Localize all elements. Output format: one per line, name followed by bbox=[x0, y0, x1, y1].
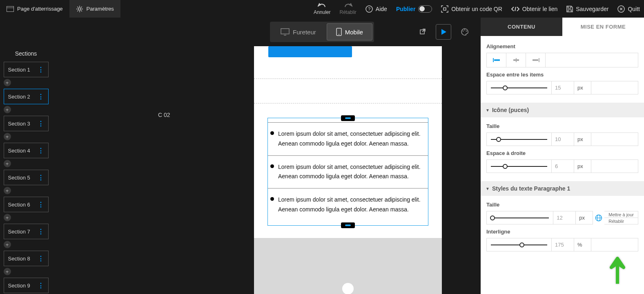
gear-icon bbox=[76, 5, 83, 13]
tab-settings[interactable]: Paramètres bbox=[69, 0, 120, 18]
section-menu-icon[interactable]: ⋮ bbox=[38, 174, 44, 182]
list-item-text: Lorem ipsum dolor sit amet, consectetuer… bbox=[278, 129, 426, 149]
empty-slot bbox=[591, 81, 638, 94]
mobile-view-button[interactable]: Mobile bbox=[327, 23, 372, 40]
page-icon bbox=[7, 6, 14, 12]
icon-section-header[interactable]: Icône (puces) bbox=[481, 103, 644, 117]
prev-component[interactable] bbox=[254, 46, 442, 79]
svg-line-14 bbox=[515, 7, 516, 11]
text-size-slider[interactable] bbox=[486, 211, 553, 224]
resize-handle-top[interactable] bbox=[341, 115, 355, 121]
sidebar-section-item[interactable]: Section 1⋮ bbox=[4, 62, 49, 77]
section-menu-icon[interactable]: ⋮ bbox=[38, 201, 44, 209]
sidebar-section-item[interactable]: Section 8⋮ bbox=[4, 251, 49, 266]
button-element[interactable] bbox=[268, 46, 352, 57]
icon-size-value[interactable]: 10 bbox=[552, 132, 574, 146]
browser-view-button[interactable]: Fureteur bbox=[272, 23, 325, 40]
add-section-button[interactable]: + bbox=[4, 106, 11, 113]
section-menu-icon[interactable]: ⋮ bbox=[38, 147, 44, 155]
section-label: Section 5 bbox=[8, 175, 30, 181]
add-section-button[interactable]: + bbox=[4, 160, 11, 167]
sidebar-title: Sections bbox=[15, 46, 37, 62]
sidebar-section-item[interactable]: Section 3⋮ bbox=[4, 116, 49, 131]
sections-sidebar: Sections Section 1⋮+Section 2⋮+Section 3… bbox=[0, 46, 52, 294]
space-items-label: Espace entre les items bbox=[486, 72, 638, 78]
quit-button[interactable]: Quitt bbox=[617, 5, 640, 13]
add-section-button[interactable]: + bbox=[4, 79, 11, 86]
sidebar-section-item[interactable]: Section 2⋮ bbox=[4, 89, 49, 104]
empty-slot bbox=[591, 132, 638, 146]
tab-content[interactable]: CONTENU bbox=[481, 18, 562, 36]
space-right-value[interactable]: 6 bbox=[552, 159, 574, 173]
selected-list-component[interactable]: Lorem ipsum dolor sit amet, consectetuer… bbox=[267, 118, 428, 226]
add-section-button[interactable]: + bbox=[4, 268, 11, 275]
mobile-icon bbox=[336, 28, 342, 36]
section-menu-icon[interactable]: ⋮ bbox=[38, 228, 44, 236]
svg-point-20 bbox=[463, 31, 464, 31]
section-menu-icon[interactable]: ⋮ bbox=[38, 255, 44, 263]
section-label: Section 6 bbox=[8, 202, 30, 208]
qr-button[interactable]: Obtenir un code QR bbox=[441, 5, 502, 13]
section-menu-icon[interactable]: ⋮ bbox=[38, 120, 44, 128]
add-section-button[interactable]: + bbox=[4, 241, 11, 248]
help-button[interactable]: ? Aide bbox=[365, 5, 387, 13]
undo-button[interactable]: Annuler bbox=[314, 3, 330, 15]
text-size-value[interactable]: 12 bbox=[553, 211, 576, 224]
section-menu-icon[interactable]: ⋮ bbox=[38, 282, 44, 290]
empty-slot bbox=[591, 238, 638, 251]
text-styles-header[interactable]: Styles du texte Paragraphe 1 bbox=[481, 181, 644, 196]
help-icon: ? bbox=[365, 5, 373, 13]
redo-label: Rétablir bbox=[339, 9, 356, 15]
tab-landing-label: Page d'atterrissage bbox=[17, 6, 63, 12]
qr-icon bbox=[441, 5, 448, 13]
lineheight-unit: % bbox=[574, 238, 591, 251]
resize-handle-bottom[interactable] bbox=[341, 222, 355, 228]
play-button[interactable] bbox=[436, 24, 451, 40]
tab-format[interactable]: MISE EN FORME bbox=[562, 18, 644, 36]
list-item[interactable]: Lorem ipsum dolor sit amet, consectetuer… bbox=[268, 122, 428, 156]
sidebar-section-item[interactable]: Section 9⋮ bbox=[4, 278, 49, 293]
lineheight-label: Interligne bbox=[486, 229, 638, 235]
align-left-button[interactable] bbox=[487, 53, 506, 67]
text-size-label: Taille bbox=[486, 202, 638, 208]
space-right-slider[interactable] bbox=[486, 159, 552, 173]
section-menu-icon[interactable]: ⋮ bbox=[38, 93, 44, 101]
reset-button[interactable]: Rétablir bbox=[604, 218, 638, 224]
sidebar-section-item[interactable]: Section 6⋮ bbox=[4, 197, 49, 212]
align-center-button[interactable] bbox=[506, 53, 526, 67]
update-button[interactable]: Mettre à jour bbox=[604, 211, 638, 218]
sidebar-section-item[interactable]: Section 4⋮ bbox=[4, 143, 49, 158]
properties-panel: CONTENU MISE EN FORME Alignement Espace … bbox=[481, 18, 644, 294]
add-section-button[interactable]: + bbox=[4, 187, 11, 194]
lineheight-value[interactable]: 175 bbox=[552, 238, 574, 251]
add-section-button[interactable]: + bbox=[4, 133, 11, 140]
icon-size-slider[interactable] bbox=[486, 132, 552, 146]
svg-point-22 bbox=[466, 31, 467, 31]
list-item[interactable]: Lorem ipsum dolor sit amet, consectetuer… bbox=[268, 156, 428, 189]
sidebar-section-item[interactable]: Section 7⋮ bbox=[4, 224, 49, 239]
svg-line-8 bbox=[81, 10, 82, 11]
space-items-slider[interactable] bbox=[486, 81, 552, 94]
add-section-button[interactable]: + bbox=[4, 214, 11, 221]
space-items-value[interactable]: 15 bbox=[552, 81, 574, 94]
external-link-button[interactable] bbox=[414, 24, 430, 40]
lineheight-slider[interactable] bbox=[486, 238, 552, 251]
save-button[interactable]: Sauvegarder bbox=[566, 6, 608, 12]
qr-label: Obtenir un code QR bbox=[451, 6, 502, 12]
next-component[interactable] bbox=[254, 238, 442, 294]
undo-icon bbox=[318, 3, 327, 8]
annotation-arrow bbox=[607, 256, 628, 286]
sidebar-section-item[interactable]: Section 5⋮ bbox=[4, 170, 49, 185]
section-label: Section 9 bbox=[8, 283, 30, 289]
section-menu-icon[interactable]: ⋮ bbox=[38, 66, 44, 74]
tab-landing[interactable]: Page d'atterrissage bbox=[0, 0, 69, 18]
redo-button[interactable]: Rétablir bbox=[339, 3, 356, 15]
link-label: Obtenir le lien bbox=[522, 6, 557, 12]
link-button[interactable]: Obtenir le lien bbox=[511, 6, 557, 12]
list-item[interactable]: Lorem ipsum dolor sit amet, consectetuer… bbox=[268, 189, 428, 221]
align-right-button[interactable] bbox=[526, 53, 546, 67]
theme-button[interactable] bbox=[457, 24, 472, 40]
publish-button[interactable]: Publier bbox=[396, 5, 432, 13]
publish-toggle[interactable] bbox=[418, 5, 432, 13]
alignment-label: Alignement bbox=[486, 43, 638, 49]
